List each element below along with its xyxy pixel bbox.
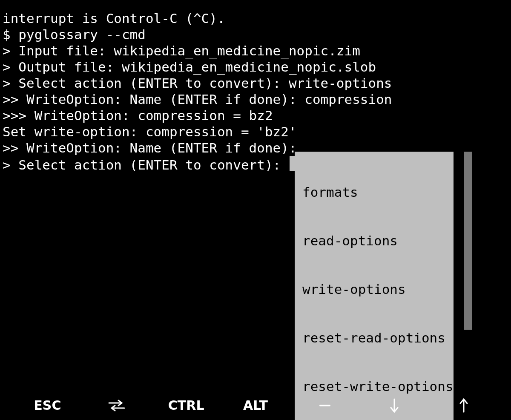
terminal-line: > Select action (ENTER to convert): writ…	[3, 75, 392, 91]
arrow-down-icon	[389, 398, 399, 413]
completion-menu[interactable]: formats read-options write-options reset…	[295, 152, 454, 420]
terminal-line: >> WriteOption: Name (ENTER if done): co…	[3, 92, 392, 107]
terminal-line: interrupt is Control-C (^C).	[3, 11, 225, 26]
completion-item[interactable]: write-options	[302, 281, 454, 297]
terminal-line: Set write-option: compression = 'bz2'	[3, 124, 297, 139]
alt-key[interactable]: ALT	[221, 397, 290, 414]
tab-key[interactable]	[82, 399, 152, 412]
tab-icon	[108, 399, 125, 412]
arrow-up-key[interactable]	[429, 398, 498, 413]
completion-item[interactable]: read-options	[302, 233, 454, 249]
soft-key-row: ESC CTRL ALT	[0, 391, 511, 420]
minus-key[interactable]	[290, 399, 359, 412]
ctrl-key[interactable]: CTRL	[152, 397, 221, 414]
terminal-line: >> WriteOption: Name (ENTER if done):	[3, 140, 297, 155]
completion-item[interactable]: formats	[302, 184, 454, 200]
terminal-prompt-line[interactable]: > Select action (ENTER to convert):	[3, 157, 297, 173]
arrow-down-key[interactable]	[359, 398, 429, 413]
minus-icon	[319, 399, 331, 412]
terminal-line: > Output file: wikipedia_en_medicine_nop…	[3, 59, 376, 75]
completion-item[interactable]: reset-read-options	[302, 330, 454, 346]
completion-scrollbar[interactable]	[464, 152, 472, 330]
arrow-up-icon	[459, 398, 469, 413]
terminal-output: interrupt is Control-C (^C). $ pyglossar…	[3, 0, 392, 173]
terminal-line: $ pyglossary --cmd	[3, 27, 146, 42]
terminal-line: > Input file: wikipedia_en_medicine_nopi…	[3, 43, 360, 58]
terminal-line: >>> WriteOption: compression = bz2	[3, 108, 273, 123]
esc-key[interactable]: ESC	[13, 397, 82, 414]
